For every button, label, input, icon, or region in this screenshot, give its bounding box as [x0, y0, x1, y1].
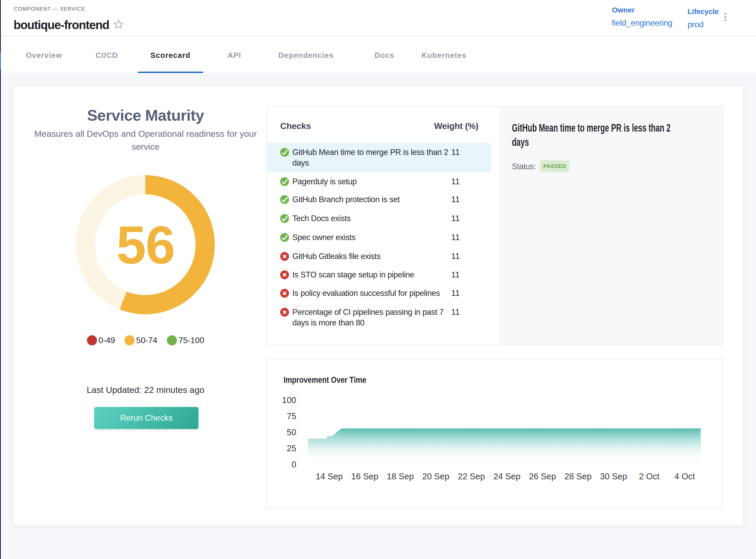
svg-text:14 Sep: 14 Sep — [316, 472, 343, 481]
svg-text:100: 100 — [282, 395, 296, 405]
svg-text:26 Sep: 26 Sep — [529, 472, 556, 481]
svg-text:22 Sep: 22 Sep — [458, 472, 485, 481]
svg-text:0: 0 — [292, 460, 296, 469]
svg-text:75: 75 — [287, 411, 296, 421]
svg-text:2 Oct: 2 Oct — [639, 472, 660, 481]
svg-text:18 Sep: 18 Sep — [387, 472, 414, 481]
svg-text:50: 50 — [287, 427, 296, 437]
svg-text:30 Sep: 30 Sep — [600, 472, 627, 481]
svg-text:28 Sep: 28 Sep — [565, 472, 592, 481]
svg-text:25: 25 — [287, 444, 296, 453]
svg-text:16 Sep: 16 Sep — [351, 472, 379, 481]
svg-text:24 Sep: 24 Sep — [494, 472, 521, 481]
svg-text:4 Oct: 4 Oct — [674, 472, 695, 481]
svg-text:20 Sep: 20 Sep — [422, 472, 450, 481]
